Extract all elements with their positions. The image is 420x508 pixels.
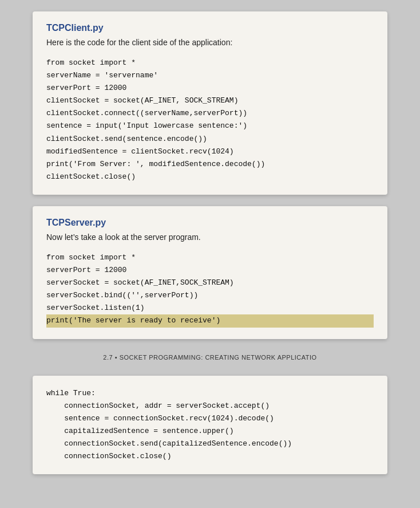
tcpclient-description: Here is the code for the client side of … [46,37,374,49]
tcpserver-code-top: from socket import * serverPort = 12000 … [46,251,374,328]
page-footer: 2.7 • SOCKET PROGRAMMING: CREATING NETWO… [33,351,387,364]
tcpserver-continuation-card: while True: connectionSocket, addr = ser… [33,376,387,475]
tcpclient-card: TCPClient.py Here is the code for the cl… [33,11,387,195]
tcpserver-while-code: while True: connectionSocket, addr = ser… [46,387,374,463]
page-number: 2.7 [103,354,113,361]
tcpserver-card: TCPServer.py Now let’s take a look at th… [33,206,387,339]
tcpclient-code: from socket import * serverName = 'serve… [46,57,374,183]
tcpserver-title: TCPServer.py [46,218,374,228]
footer-bullet: • [115,354,117,361]
tcpserver-description: Now let’s take a look at the server prog… [46,231,374,243]
footer-text: SOCKET PROGRAMMING: CREATING NETWORK APP… [120,354,317,361]
tcpclient-title: TCPClient.py [46,23,374,33]
